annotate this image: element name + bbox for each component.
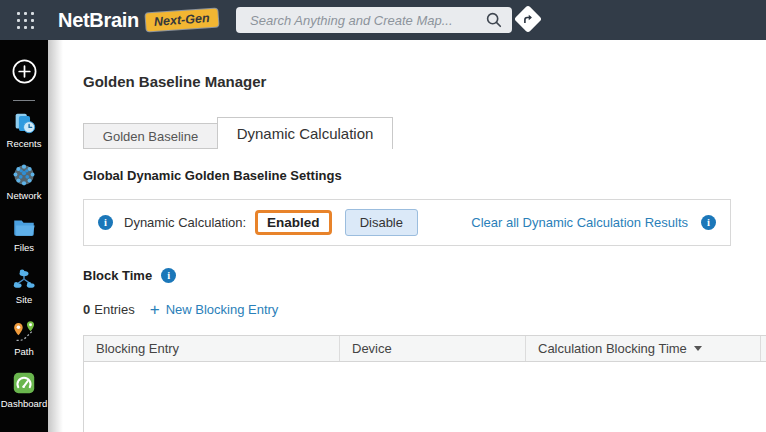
top-bar: NetBrain Next-Gen bbox=[0, 0, 766, 40]
search-input[interactable] bbox=[248, 12, 485, 29]
column-header-calculation-blocking-time[interactable]: Calculation Blocking Time bbox=[526, 336, 761, 361]
recents-icon bbox=[11, 110, 37, 136]
sidebar-item-label: Dashboard bbox=[1, 398, 47, 409]
tab-golden-baseline[interactable]: Golden Baseline bbox=[83, 123, 218, 149]
sort-descending-icon[interactable] bbox=[694, 346, 702, 351]
column-header-empty bbox=[761, 336, 766, 361]
column-header-device[interactable]: Device bbox=[340, 336, 526, 361]
block-time-heading: Block Time bbox=[83, 268, 176, 283]
main-content: Golden Baseline Manager Golden Baseline … bbox=[48, 40, 766, 432]
block-time-label: Block Time bbox=[83, 268, 152, 283]
table-body-empty bbox=[83, 362, 766, 432]
entries-label: Entries bbox=[94, 302, 134, 317]
tab-bar: Golden Baseline Dynamic Calculation bbox=[83, 117, 393, 149]
entries-count: 0 bbox=[83, 302, 90, 317]
dynamic-calculation-label: Dynamic Calculation: bbox=[124, 215, 246, 230]
new-blocking-entry-link[interactable]: + New Blocking Entry bbox=[150, 302, 279, 317]
plus-icon: + bbox=[150, 303, 160, 316]
add-button[interactable] bbox=[11, 58, 38, 85]
sidebar-item-files[interactable]: Files bbox=[11, 214, 37, 253]
sidebar-item-label: Path bbox=[14, 346, 34, 357]
sidebar-item-site[interactable]: Site bbox=[11, 266, 37, 305]
sidebar-item-path[interactable]: Path bbox=[11, 318, 37, 357]
path-icon bbox=[11, 318, 37, 344]
table-header-row: Blocking Entry Device Calculation Blocki… bbox=[83, 335, 766, 362]
sidebar-item-label: Recents bbox=[7, 138, 42, 149]
network-icon bbox=[11, 162, 37, 188]
map-shortcut-icon[interactable] bbox=[514, 5, 542, 33]
info-icon[interactable] bbox=[98, 215, 113, 230]
site-icon bbox=[11, 266, 37, 292]
search-icon[interactable] bbox=[485, 11, 503, 29]
tab-dynamic-calculation[interactable]: Dynamic Calculation bbox=[217, 117, 393, 149]
sidebar-item-dashboard[interactable]: Dashboard bbox=[1, 370, 47, 409]
left-sidebar: Recents Network bbox=[0, 40, 48, 432]
column-header-blocking-entry[interactable]: Blocking Entry bbox=[84, 336, 340, 361]
sidebar-item-label: Files bbox=[14, 242, 34, 253]
dashboard-icon bbox=[11, 370, 37, 396]
clear-results-link[interactable]: Clear all Dynamic Calculation Results bbox=[471, 215, 688, 230]
column-header-label: Calculation Blocking Time bbox=[538, 341, 687, 356]
status-enabled-highlight: Enabled bbox=[255, 210, 332, 235]
global-settings-heading: Global Dynamic Golden Baseline Settings bbox=[83, 168, 342, 183]
next-gen-badge: Next-Gen bbox=[145, 9, 218, 32]
page-title: Golden Baseline Manager bbox=[83, 73, 266, 90]
sidebar-divider bbox=[13, 100, 35, 101]
sidebar-item-recents[interactable]: Recents bbox=[7, 110, 42, 149]
info-icon[interactable] bbox=[161, 268, 176, 283]
sidebar-item-label: Network bbox=[7, 190, 42, 201]
files-icon bbox=[11, 214, 37, 240]
new-blocking-entry-label: New Blocking Entry bbox=[166, 302, 279, 317]
entries-row: 0 Entries + New Blocking Entry bbox=[83, 302, 278, 317]
netbrain-logo: NetBrain bbox=[58, 9, 139, 32]
sidebar-item-label: Site bbox=[16, 294, 32, 305]
global-search[interactable] bbox=[236, 7, 512, 33]
app-launcher-icon[interactable] bbox=[17, 12, 34, 29]
info-icon[interactable] bbox=[701, 215, 716, 230]
dynamic-calculation-panel: Dynamic Calculation: Enabled Disable Cle… bbox=[83, 199, 731, 246]
disable-button[interactable]: Disable bbox=[345, 209, 418, 236]
sidebar-item-network[interactable]: Network bbox=[7, 162, 42, 201]
blocking-entries-table: Blocking Entry Device Calculation Blocki… bbox=[83, 335, 766, 432]
